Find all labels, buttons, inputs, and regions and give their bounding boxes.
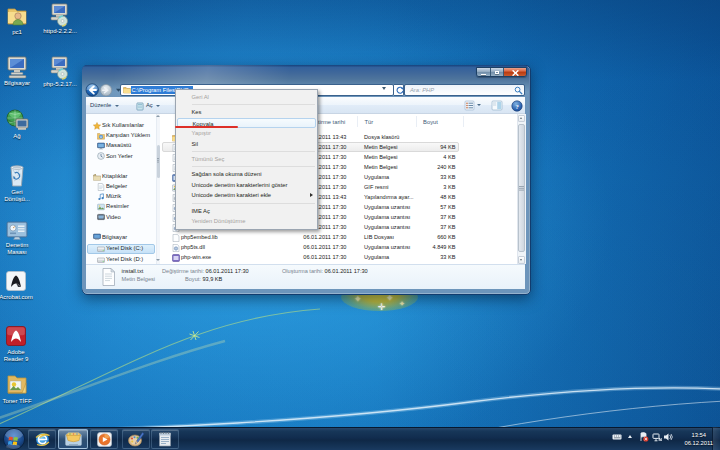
svg-text:?: ? <box>515 102 518 109</box>
